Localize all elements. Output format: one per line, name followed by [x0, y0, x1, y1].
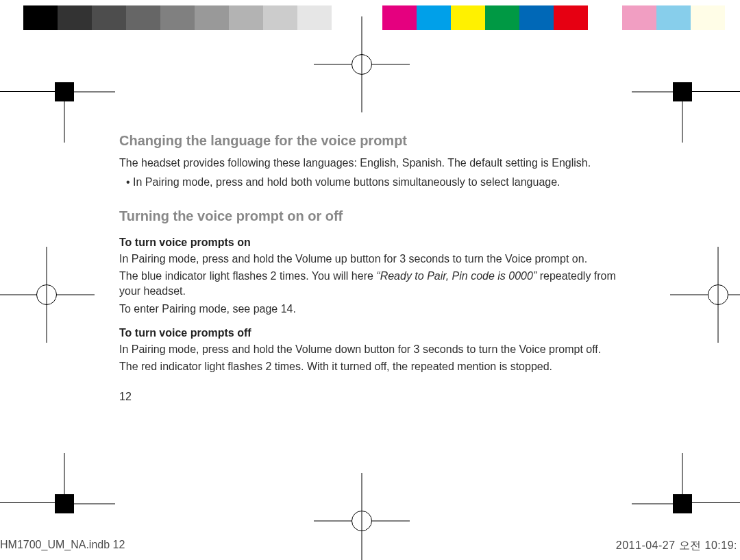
color-swatch [92, 5, 126, 30]
color-swatch [229, 5, 263, 30]
color-swatch [485, 5, 519, 30]
color-swatch [160, 5, 195, 30]
crop-mark-icon [55, 494, 74, 513]
subheading-off: To turn voice prompts off [119, 326, 619, 341]
body-text: To enter Pairing mode, see page 14. [119, 302, 619, 317]
print-footer: HM1700_UM_NA.indb 12 2011-04-27 오전 10:19… [0, 539, 737, 553]
heading-change-language: Changing the language for the voice prom… [119, 132, 619, 150]
document-page: Changing the language for the voice prom… [119, 132, 619, 407]
registration-mark-icon [698, 274, 739, 315]
registration-mark-icon [341, 500, 382, 541]
color-swatch [588, 5, 622, 30]
color-swatch [382, 5, 417, 30]
crop-mark-icon [673, 82, 692, 101]
color-swatch [126, 5, 160, 30]
page-number: 12 [119, 389, 619, 404]
crop-line [689, 502, 740, 503]
color-swatch [332, 5, 366, 30]
color-swatch [263, 5, 297, 30]
bullet-item: In Pairing mode, press and hold both vol… [126, 175, 619, 190]
quoted-voice-prompt: “Ready to Pair, Pin code is 0000” [376, 270, 536, 282]
crop-line [0, 502, 58, 503]
bullet-list: In Pairing mode, press and hold both vol… [126, 175, 619, 190]
body-text: The red indicator light flashes 2 times.… [119, 359, 619, 374]
subheading-on: To turn voice prompts on [119, 235, 619, 250]
color-swatch [451, 5, 485, 30]
color-swatch [195, 5, 229, 30]
color-swatch [622, 5, 656, 30]
body-text: The blue indicator light flashes 2 times… [119, 269, 619, 298]
color-swatch [554, 5, 588, 30]
color-swatch [58, 5, 92, 30]
footer-filename: HM1700_UM_NA.indb 12 [0, 539, 125, 553]
heading-voice-prompt-toggle: Turning the voice prompt on or off [119, 207, 619, 226]
body-text: In Pairing mode, press and hold the Volu… [119, 342, 619, 357]
color-swatch [297, 5, 332, 30]
color-swatch [691, 5, 725, 30]
registration-mark-icon [26, 274, 67, 315]
crop-line [0, 91, 58, 92]
printer-color-bar [23, 5, 725, 30]
footer-timestamp: 2011-04-27 오전 10:19: [616, 539, 737, 553]
registration-mark-icon [341, 44, 382, 85]
crop-mark-icon [673, 494, 692, 513]
color-swatch [417, 5, 451, 30]
color-swatch [23, 5, 58, 30]
body-text: The headset provides following these lan… [119, 156, 619, 171]
body-text: In Pairing mode, press and hold the Volu… [119, 252, 619, 267]
crop-line [689, 91, 740, 92]
crop-mark-icon [55, 82, 74, 101]
color-swatch [656, 5, 691, 30]
color-swatch [519, 5, 554, 30]
